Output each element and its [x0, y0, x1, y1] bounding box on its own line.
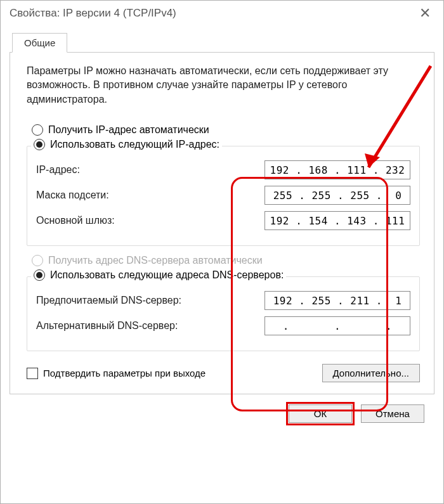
radio-ip-auto[interactable]: Получить IP-адрес автоматически — [32, 124, 420, 136]
checkbox-icon — [27, 368, 38, 379]
alternate-dns-input[interactable]: . . . — [264, 316, 410, 335]
radio-icon — [34, 139, 45, 150]
group-dns-manual: Использовать следующие адреса DNS-сервер… — [27, 276, 420, 351]
field-alternate-dns: Альтернативный DNS-сервер: . . . — [36, 316, 410, 335]
tab-panel: Параметры IP можно назначать автоматичес… — [10, 53, 434, 394]
subnet-mask-input[interactable]: 255 . 255 . 255 . 0 — [264, 186, 410, 205]
ok-button[interactable]: ОК — [289, 404, 352, 423]
bottom-row: Подтвердить параметры при выходе Дополни… — [27, 364, 420, 382]
title-bar: Свойства: IP версии 4 (TCP/IPv4) ✕ — [1, 1, 443, 26]
field-label: Предпочитаемый DNS-сервер: — [36, 295, 181, 306]
tab-label: Общие — [24, 37, 55, 48]
client-area: Общие Параметры IP можно назначать автом… — [1, 26, 443, 432]
field-label: Основной шлюз: — [36, 215, 115, 226]
field-default-gateway: Основной шлюз: 192 . 154 . 143 . 111 — [36, 211, 410, 230]
radio-icon — [34, 269, 45, 281]
radio-dns-manual[interactable]: Использовать следующие адреса DNS-сервер… — [31, 269, 286, 281]
group-ip-manual: Использовать следующий IP-адрес: IP-адре… — [27, 146, 420, 246]
preferred-dns-input[interactable]: 192 . 255 . 211 . 1 — [264, 291, 410, 310]
advanced-button[interactable]: Дополнительно... — [322, 364, 420, 382]
radio-label: Получить адрес DNS-сервера автоматически — [48, 255, 263, 266]
field-preferred-dns: Предпочитаемый DNS-сервер: 192 . 255 . 2… — [36, 291, 410, 310]
field-label: Альтернативный DNS-сервер: — [36, 320, 178, 332]
close-icon[interactable]: ✕ — [414, 5, 436, 22]
tab-general[interactable]: Общие — [12, 33, 67, 53]
radio-label: Использовать следующие адреса DNS-сервер… — [50, 269, 284, 281]
cancel-button[interactable]: Отмена — [361, 404, 424, 423]
dialog-buttons: ОК Отмена — [10, 394, 434, 423]
ip-address-input[interactable]: 192 . 168 . 111 . 232 — [264, 160, 410, 179]
radio-dns-auto: Получить адрес DNS-сервера автоматически — [32, 255, 420, 266]
field-subnet-mask: Маска подсети: 255 . 255 . 255 . 0 — [36, 186, 410, 205]
window-title: Свойства: IP версии 4 (TCP/IPv4) — [10, 7, 176, 20]
tab-strip: Общие — [10, 31, 434, 53]
radio-ip-manual[interactable]: Использовать следующий IP-адрес: — [31, 139, 222, 150]
radio-label: Использовать следующий IP-адрес: — [50, 139, 219, 150]
radio-label: Получить IP-адрес автоматически — [48, 124, 209, 136]
checkbox-label: Подтвердить параметры при выходе — [43, 368, 206, 378]
radio-icon — [32, 255, 43, 266]
dialog-window: Свойства: IP версии 4 (TCP/IPv4) ✕ Общие… — [0, 0, 444, 504]
gateway-input[interactable]: 192 . 154 . 143 . 111 — [264, 211, 410, 230]
intro-text: Параметры IP можно назначать автоматичес… — [27, 64, 420, 107]
radio-icon — [32, 124, 43, 136]
checkbox-confirm-exit[interactable]: Подтвердить параметры при выходе — [27, 368, 206, 379]
field-label: Маска подсети: — [36, 190, 109, 201]
field-ip-address: IP-адрес: 192 . 168 . 111 . 232 — [36, 160, 410, 179]
field-label: IP-адрес: — [36, 164, 80, 176]
